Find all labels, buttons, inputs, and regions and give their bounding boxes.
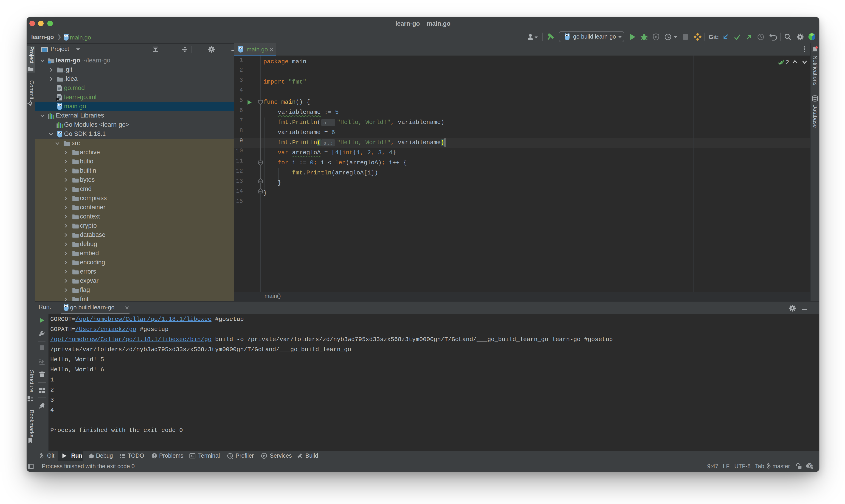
svg-text:?: ? (808, 463, 811, 468)
